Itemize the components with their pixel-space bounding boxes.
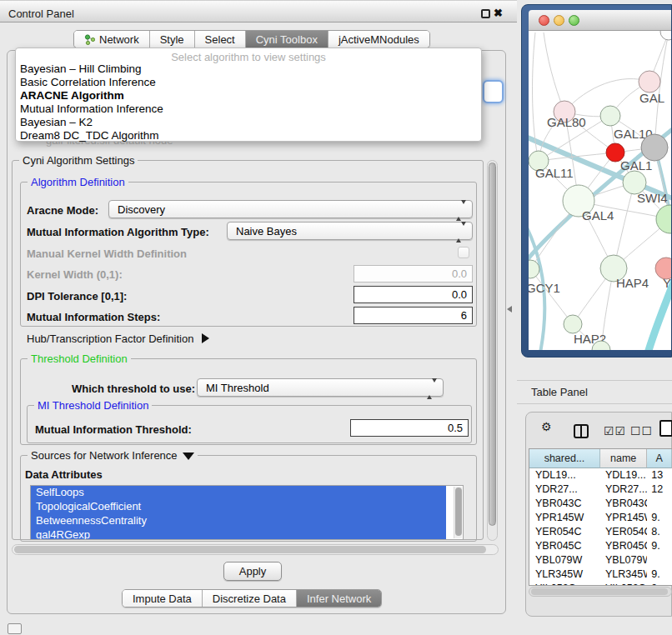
algorithm-option-bayesian-k2[interactable]: Bayesian – K2 xyxy=(16,116,481,129)
close-panel-icon[interactable]: ✖ xyxy=(494,7,503,19)
mi-steps-label: Mutual Information Steps: xyxy=(27,311,160,323)
network-view-window: GALGAL80GAL10GAL11GAL1SWI4GAL4GCY1HAP4YH… xyxy=(521,4,672,358)
algorithm-option-basic-correlation-inference[interactable]: Basic Correlation Inference xyxy=(16,76,481,89)
data-attribute-option-betweennesscentrality[interactable]: BetweennessCentrality xyxy=(31,514,446,528)
network-node-hap2[interactable] xyxy=(564,315,582,333)
manual-kernel-label: Manual Kernel Width Definition xyxy=(27,248,187,260)
tab-label: jActiveMNodules xyxy=(339,33,419,46)
data-attribute-option-gal4rgexp[interactable]: gal4RGexp xyxy=(31,528,446,540)
table-row[interactable]: YPR145WYPR145W9. xyxy=(529,511,672,525)
tab-label: Infer Network xyxy=(307,592,371,605)
table-scrollbar-thumb[interactable] xyxy=(531,588,668,595)
network-graph[interactable]: GALGAL80GAL10GAL11GAL1SWI4GAL4GCY1HAP4YH… xyxy=(529,31,671,350)
checked-pair-icon[interactable]: ☑☑ xyxy=(604,424,626,438)
algorithm-option-bayesian-hill-climbing[interactable]: Bayesian – Hill Climbing xyxy=(16,62,481,76)
control-panel-titlebar xyxy=(0,0,517,22)
network-node[interactable] xyxy=(660,31,671,40)
focused-combo-fragment[interactable] xyxy=(483,80,504,103)
data-attribute-option-selfloops[interactable]: SelfLoops xyxy=(31,486,446,500)
stepper-arrows-icon xyxy=(456,226,466,238)
manual-kernel-checkbox[interactable] xyxy=(458,247,469,258)
node-label: GAL4 xyxy=(582,208,614,222)
network-icon xyxy=(84,34,95,45)
data-attribute-option-topologicalcoefficient[interactable]: TopologicalCoefficient xyxy=(31,500,446,514)
node-label: GCY1 xyxy=(529,281,560,295)
aracne-mode-value: Discovery xyxy=(118,203,165,216)
table-row[interactable]: YDL19...YDL19...13 xyxy=(529,468,672,482)
node-label: HAP4 xyxy=(616,276,649,290)
float-window-icon[interactable] xyxy=(481,9,490,18)
tab-select[interactable]: Select xyxy=(195,31,246,48)
tab-style[interactable]: Style xyxy=(150,31,195,48)
attribute-list-scrollbar[interactable] xyxy=(454,487,462,538)
minimize-button[interactable] xyxy=(554,15,564,26)
tab-jactivemnodules[interactable]: jActiveMNodules xyxy=(328,31,429,48)
tab-discretize-data[interactable]: Discretize Data xyxy=(203,590,297,607)
kernel-width-input[interactable]: 0.0 xyxy=(354,265,473,282)
table-cell: YBR045C xyxy=(529,539,600,553)
node-label: GAL xyxy=(639,91,664,105)
settings-vertical-scrollbar[interactable] xyxy=(487,160,498,541)
network-node-gal[interactable] xyxy=(639,71,660,92)
dpi-tolerance-input[interactable]: 0.0 xyxy=(354,286,473,303)
tab-impute-data[interactable]: Impute Data xyxy=(123,590,203,607)
gear-icon[interactable]: ⚙ xyxy=(541,420,553,433)
network-window-titlebar[interactable] xyxy=(529,10,671,31)
tab-cyni-toolbox[interactable]: Cyni Toolbox xyxy=(246,31,328,48)
node-label: GAL11 xyxy=(535,166,574,180)
which-threshold-combo[interactable]: MI Threshold xyxy=(197,378,444,397)
table-row[interactable]: YDR27...YDR27...12 xyxy=(529,482,672,497)
hub-definition-toggle[interactable]: Hub/Transcription Factor Definition xyxy=(27,332,209,345)
data-attributes-list[interactable]: SelfLoopsTopologicalCoefficientBetweenne… xyxy=(30,485,464,540)
sources-legend[interactable]: Sources for Network Inference xyxy=(28,449,198,462)
algorithm-option-aracne-algorithm[interactable]: ARACNE Algorithm xyxy=(16,89,481,102)
table-row[interactable]: YBR045CYBR045C9. xyxy=(529,539,672,553)
network-node-gal10[interactable] xyxy=(600,106,620,126)
aracne-mode-combo[interactable]: Discovery xyxy=(108,200,473,218)
zoom-button[interactable] xyxy=(569,15,579,26)
algorithm-option-mutual-information-inference[interactable]: Mutual Information Inference xyxy=(16,102,481,116)
apply-button[interactable]: Apply xyxy=(223,562,282,581)
mi-steps-input[interactable]: 6 xyxy=(354,307,473,324)
unchecked-pair-icon[interactable]: ☐☐ xyxy=(630,424,653,438)
vertical-scrollbar-thumb[interactable] xyxy=(489,162,496,526)
settings-horizontal-scrollbar[interactable] xyxy=(12,544,499,555)
expanded-arrow-icon[interactable] xyxy=(183,452,194,460)
column-header[interactable]: A xyxy=(647,449,672,468)
new-column-icon[interactable] xyxy=(659,420,672,437)
table-row[interactable]: YBR043CYBR043C xyxy=(529,497,672,511)
cyni-settings-legend: Cyni Algorithm Settings xyxy=(19,154,138,167)
control-panel-title: Control Panel xyxy=(8,8,74,20)
table-row[interactable]: YBL079WYBL079W xyxy=(529,553,672,568)
column-header[interactable]: name xyxy=(600,449,647,468)
panel-dock-icon[interactable] xyxy=(8,623,22,634)
table-horizontal-scrollbar[interactable] xyxy=(529,587,672,597)
table-cell: YIL052C xyxy=(529,582,600,586)
algorithm-dropdown-popup: Select algorithm to view settings Bayesi… xyxy=(15,48,482,142)
tab-label: Cyni Toolbox xyxy=(256,33,318,46)
algorithm-option-dream8-dc-tdc-algorithm[interactable]: Dream8 DC_TDC Algorithm xyxy=(16,129,481,142)
collapsed-arrow-icon[interactable] xyxy=(202,333,209,343)
mi-threshold-input[interactable]: 0.5 xyxy=(350,419,469,437)
splitter-collapse-arrow[interactable] xyxy=(507,306,512,312)
split-columns-icon[interactable] xyxy=(574,424,589,438)
column-header[interactable]: shared... xyxy=(529,449,600,468)
table-row[interactable]: YLR345WYLR345W9. xyxy=(529,568,672,582)
table-row[interactable]: YIL052CYIL052C9 xyxy=(529,582,672,586)
table-cell: YLR345W xyxy=(600,568,647,582)
tab-infer-network[interactable]: Infer Network xyxy=(297,590,381,607)
horizontal-scrollbar-thumb[interactable] xyxy=(14,546,486,553)
network-node[interactable] xyxy=(641,134,668,161)
stepper-arrows-icon xyxy=(456,204,466,217)
table-cell: YDR27... xyxy=(529,482,600,497)
node-label: GAL80 xyxy=(547,115,586,129)
table-cell: YPR145W xyxy=(600,511,647,525)
network-canvas[interactable]: GALGAL80GAL10GAL11GAL1SWI4GAL4GCY1HAP4YH… xyxy=(529,31,671,350)
close-button[interactable] xyxy=(539,15,549,26)
table-row[interactable]: YER054CYER054C8. xyxy=(529,525,672,539)
table-cell: 12 xyxy=(647,482,672,497)
tab-network[interactable]: Network xyxy=(74,31,150,48)
mi-type-combo[interactable]: Naive Bayes xyxy=(227,222,473,240)
table-panel-divider xyxy=(517,403,672,404)
tab-label: Impute Data xyxy=(133,592,192,605)
